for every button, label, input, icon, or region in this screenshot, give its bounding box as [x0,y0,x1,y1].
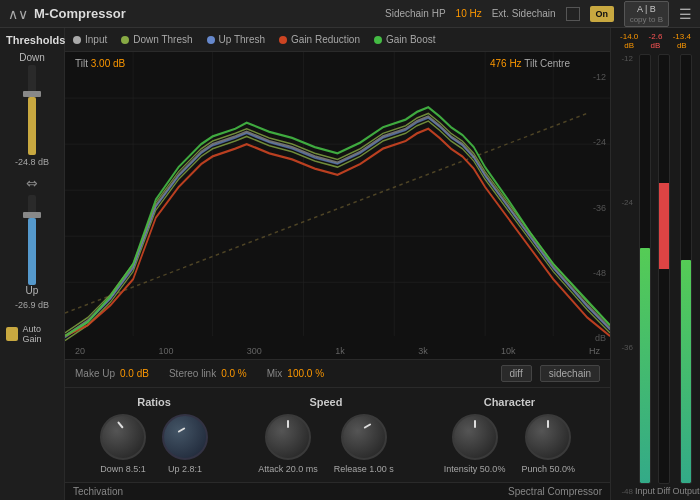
up-fill [28,218,36,286]
makeup-control: Make Up 0.0 dB [75,368,149,379]
auto-gain-row: Auto Gain [6,324,58,344]
legend-down-thresh: Down Thresh [121,34,192,45]
freq-20: 20 [75,346,85,356]
down-handle[interactable] [23,91,41,97]
release-knob[interactable] [341,414,387,460]
down-label: Down [19,52,45,63]
meters-panel: -14.0 dB -2.6 dB -13.4 dB -12 -24 -36 -4… [610,28,700,500]
ext-sidechain-checkbox[interactable] [566,7,580,21]
down-value: -24.8 dB [15,157,49,167]
freq-300: 300 [247,346,262,356]
stereolink-label: Stereo link [169,368,216,379]
legend-text-input: Input [85,34,107,45]
threshold-down-control: Down -24.8 dB [6,52,58,167]
makeup-value[interactable]: 0.0 dB [120,368,149,379]
diff-meter-col: Diff [657,54,670,496]
ab-button[interactable]: A | B copy to B [624,1,669,27]
freq-100: 100 [158,346,173,356]
freq-3k: 3k [418,346,428,356]
header-controls: Sidechain HP 10 Hz Ext. Sidechain On A |… [385,1,692,27]
up-handle[interactable] [23,212,41,218]
brand-label: Techivation [73,486,123,497]
diff-meter-label: Diff [657,486,670,496]
attack-knob[interactable] [265,414,311,460]
speed-group: Speed Attack 20.0 ms [258,396,394,474]
legend-dot-reduction [279,36,287,44]
thresholds-title: Thresholds [6,34,58,46]
db-12: -12 [593,72,606,82]
ab-sub-label: copy to B [630,15,663,24]
meters-container: -12 -24 -36 -48 Input Diff [615,54,696,496]
character-knobs: Intensity 50.0% Punch 50.0% [444,414,575,474]
output-meter-fill [681,260,691,483]
sidechain-button[interactable]: sidechain [540,365,600,382]
sidechain-hp-label: Sidechain HP [385,8,446,19]
tilt-centre-text: Tilt Centre [524,58,570,69]
down-slider[interactable] [21,65,43,155]
knob-section: Ratios Down 8.5:1 [65,387,610,482]
ratios-down-knob[interactable] [100,414,146,460]
diff-meter-seg [659,183,669,269]
ratios-knobs: Down 8.5:1 Up 2.8:1 [100,414,208,474]
ratios-down-knob-item: Down 8.5:1 [100,414,146,474]
diff-sidechain-row: diff sidechain [501,365,600,382]
auto-gain-checkbox[interactable] [6,327,18,341]
scale-12: -12 [621,54,633,63]
ab-label: A | B [637,4,656,14]
mix-control: Mix 100.0 % [267,368,324,379]
spectrum-svg [65,52,610,359]
attack-label: Attack 20.0 ms [258,464,318,474]
app-title: M-Compressor [34,6,126,21]
up-slider[interactable] [21,195,43,285]
ratios-up-label: Up 2.8:1 [168,464,202,474]
scale-24: -24 [621,198,633,207]
logo-icon: ∧∨ [8,6,28,22]
controls-row: Make Up 0.0 dB Stereo link 0.0 % Mix 100… [65,359,610,387]
intensity-knob[interactable] [452,414,498,460]
meter-header-row: -14.0 dB -2.6 dB -13.4 dB [615,32,696,50]
auto-gain-label: Auto Gain [22,324,58,344]
meter-scale-col: -12 -24 -36 -48 [615,54,633,496]
input-meter-label: Input [635,486,655,496]
punch-label: Punch 50.0% [521,464,575,474]
diff-button[interactable]: diff [501,365,532,382]
spectrum-display[interactable]: Tilt 3.00 dB 476 Hz Tilt Centre 20 100 3… [65,52,610,359]
character-title: Character [484,396,535,408]
legend-text-down: Down Thresh [133,34,192,45]
speed-title: Speed [309,396,342,408]
mix-value[interactable]: 100.0 % [287,368,324,379]
stereolink-control: Stereo link 0.0 % [169,368,247,379]
centre-freq[interactable]: 476 Hz [490,58,522,69]
legend-gain-reduction: Gain Reduction [279,34,360,45]
freq-10k: 10k [501,346,516,356]
freq-hz: Hz [589,346,600,356]
on-button[interactable]: On [590,6,614,22]
character-group: Character Intensity 50.0% [444,396,575,474]
db-unit: dB [595,333,606,343]
db-48: -48 [593,268,606,278]
output-header-val: -13.4 dB [668,32,696,50]
footer: Techivation Spectral Compressor [65,482,610,500]
ratios-up-knob[interactable] [162,414,208,460]
attack-knob-item: Attack 20.0 ms [258,414,318,474]
stereolink-value[interactable]: 0.0 % [221,368,247,379]
output-meter [680,54,692,484]
punch-knob[interactable] [525,414,571,460]
legend-dot-up [207,36,215,44]
svg-line-11 [65,113,587,313]
ratios-down-label: Down 8.5:1 [100,464,146,474]
menu-icon[interactable]: ☰ [679,6,692,22]
diff-meter [658,54,670,484]
link-icon[interactable]: ⇔ [6,175,58,191]
legend-text-reduction: Gain Reduction [291,34,360,45]
sidechain-hp-value[interactable]: 10 Hz [456,8,482,19]
legend-gain-boost: Gain Boost [374,34,435,45]
input-meter [639,54,651,484]
speed-knobs: Attack 20.0 ms Release 1.00 s [258,414,394,474]
input-meter-fill [640,248,650,483]
tilt-value[interactable]: 3.00 dB [91,58,125,69]
legend-text-boost: Gain Boost [386,34,435,45]
ext-sidechain-label: Ext. Sidechain [492,8,556,19]
centre-label: 476 Hz Tilt Centre [490,58,570,69]
down-fill [28,97,36,156]
